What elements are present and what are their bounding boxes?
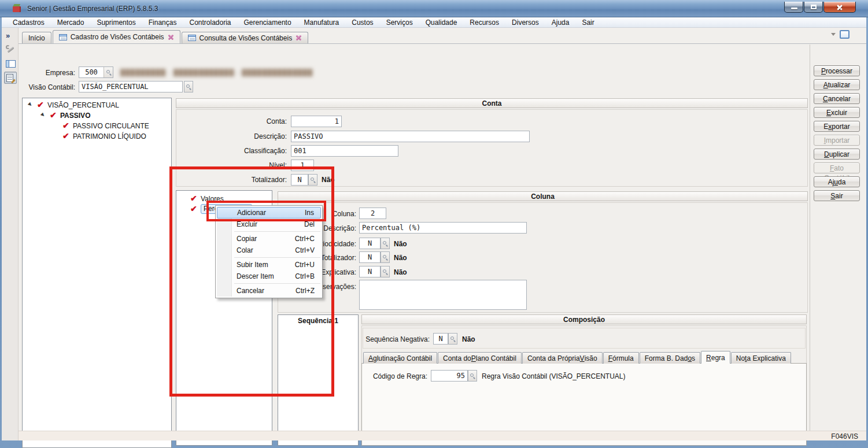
menubar-item-qualidade[interactable]: Qualidade — [419, 17, 464, 28]
exportar-button[interactable]: Exportar — [814, 121, 860, 132]
empresa-value[interactable]: 500 — [79, 67, 104, 77]
window-client-area: CadastrosMercadoSuprimentosFinançasContr… — [2, 17, 866, 440]
tree-node-label: PATRIMONIO LÍQUIDO — [73, 132, 146, 140]
excluir-button[interactable]: Excluir — [814, 107, 860, 118]
tab-bar: InícioCadastro de Visões ContábeisConsul… — [19, 28, 817, 43]
duplicar-button[interactable]: Duplicar — [814, 149, 860, 160]
tree-node-label: PASSIVO — [60, 112, 90, 120]
form-document-icon — [188, 35, 196, 41]
composicao-tab-nota-explicativa[interactable]: Nota Explicativa — [731, 352, 791, 364]
form-document-icon — [59, 34, 67, 40]
menubar-item-manufatura[interactable]: Manufatura — [298, 17, 346, 28]
coluna-totalizador-search-icon[interactable] — [381, 251, 390, 263]
menubar-item-recursos[interactable]: Recursos — [463, 17, 505, 28]
codigo-regra-description: Regra Visão Contábil (VISÃO_PERCENTUAL) — [482, 372, 626, 380]
cancelar-button[interactable]: Cancelar — [814, 93, 860, 104]
tree-node-passivo-circulante[interactable]: ✔PASSIVO CIRCULANTE — [23, 121, 171, 131]
codigo-regra-input[interactable] — [431, 370, 468, 382]
visao-contabil-label: Visão Contábil: — [19, 83, 75, 91]
tree-node-patrimonio-liquido[interactable]: ✔PATRIMONIO LÍQUIDO — [23, 131, 171, 142]
atualizar-button[interactable]: Atualizar — [814, 79, 860, 90]
conta-descricao-input[interactable] — [291, 131, 530, 142]
coluna-input[interactable] — [359, 208, 386, 219]
menubar-item-mercado[interactable]: Mercado — [51, 17, 91, 28]
sair-button[interactable]: Sair — [814, 190, 860, 201]
tab-close-icon[interactable] — [296, 35, 302, 41]
menubar-item-financas[interactable]: Finanças — [142, 17, 183, 28]
tree-node-passivo[interactable]: ▶✔PASSIVO — [23, 110, 171, 121]
explicativa-input[interactable] — [359, 266, 381, 277]
periodicidade-suffix: Não — [394, 240, 407, 248]
processar-button[interactable]: Processar — [814, 65, 860, 76]
menubar-item-ajuda[interactable]: Ajuda — [545, 17, 576, 28]
red-check-icon: ✔ — [37, 100, 44, 109]
menubar-item-controladoria[interactable]: Controladoria — [183, 17, 237, 28]
tree-node-label: PASSIVO CIRCULANTE — [73, 122, 149, 130]
menubar-item-diversos[interactable]: Diversos — [505, 17, 545, 28]
form-editor-icon[interactable] — [4, 72, 17, 84]
composicao-tab-conta-da-propria-visao[interactable]: Conta da Própria Visão — [522, 352, 603, 364]
composicao-tab-conta-do-plano-contabil[interactable]: Conta do Plano Contábil — [438, 352, 522, 364]
coluna-group-header: Coluna — [278, 191, 808, 201]
title-bar: Senior | Gestão Empresarial (ERP) 5.8.5.… — [0, 0, 868, 17]
wrench-icon[interactable] — [6, 45, 15, 54]
empresa-label: Empresa: — [19, 69, 75, 77]
menubar-item-servicos[interactable]: Serviços — [380, 17, 419, 28]
close-button[interactable] — [823, 2, 856, 13]
annotation-rectangle-adicionar — [206, 201, 326, 221]
explicativa-search-icon[interactable] — [381, 266, 390, 277]
panel-layout-icon[interactable] — [6, 60, 16, 68]
composicao-tab-strip: Aglutinação ContábilConta do Plano Contá… — [363, 351, 792, 364]
tab-label: Consulta de Visões Contábeis — [200, 34, 293, 42]
left-toolbar: » — [2, 28, 19, 440]
seq-negativa-input[interactable] — [433, 333, 448, 345]
visao-contabil-input[interactable] — [79, 81, 183, 92]
classificacao-input[interactable] — [291, 145, 398, 157]
expand-toolbar-icon[interactable]: » — [6, 31, 10, 40]
composicao-tab-formula[interactable]: Fórmula — [603, 352, 639, 364]
visao-contabil-search-icon[interactable] — [184, 81, 193, 92]
application-window: Senior | Gestão Empresarial (ERP) 5.8.5.… — [0, 0, 868, 448]
explicativa-suffix: Não — [394, 268, 407, 276]
menubar-item-sair[interactable]: Sair — [575, 17, 600, 28]
periodicidade-search-icon[interactable] — [381, 238, 390, 249]
coluna-totalizador-suffix: Não — [394, 254, 407, 262]
tab-consulta-de-visoes-contabeis[interactable]: Consulta de Visões Contábeis — [182, 32, 309, 43]
composicao-tab-forma-b-dados[interactable]: Forma B. Dados — [640, 352, 700, 364]
tab-inicio[interactable]: Início — [22, 32, 51, 43]
composicao-tab-regra[interactable]: Regra — [701, 351, 730, 364]
coluna-totalizador-input[interactable] — [359, 251, 381, 263]
tree-node-visao-percentual[interactable]: ▶✔VISÃO_PERCENTUAL — [23, 100, 171, 110]
coluna-descricao-input[interactable] — [359, 222, 527, 234]
periodicidade-input[interactable] — [359, 238, 381, 249]
composicao-group-header: Composição — [361, 314, 807, 324]
observacoes-textarea[interactable] — [359, 280, 527, 310]
action-button-panel: ProcessarAtualizarCancelarExcluirExporta… — [814, 65, 862, 216]
menubar-item-gerenciamento[interactable]: Gerenciamento — [238, 17, 298, 28]
codigo-regra-search-icon[interactable] — [468, 370, 477, 382]
composicao-tab-aglutinacao-contabil[interactable]: Aglutinação Contábil — [363, 352, 437, 364]
maximize-icon — [811, 5, 817, 9]
conta-group-header: Conta — [176, 98, 808, 108]
tab-dropdown-icon[interactable] — [831, 33, 836, 38]
menubar-item-cadastros[interactable]: Cadastros — [6, 17, 51, 28]
minimize-button[interactable] — [784, 2, 803, 13]
tab-close-icon[interactable] — [168, 34, 174, 40]
maximize-button[interactable] — [804, 2, 823, 13]
tree-expander-icon[interactable]: ▶ — [27, 102, 33, 108]
button-panel-divider — [810, 45, 810, 431]
restore-layout-icon[interactable] — [840, 30, 849, 39]
ajuda-button[interactable]: Ajuda — [814, 176, 860, 187]
menubar-item-custos[interactable]: Custos — [345, 17, 379, 28]
empresa-lookup-field[interactable]: 500 — [79, 66, 113, 78]
empresa-search-icon[interactable] — [104, 67, 113, 77]
codigo-regra-label: Código de Regra: — [366, 372, 427, 380]
seq-negativa-label: Sequência Negativa: — [365, 335, 430, 343]
menubar-item-suprimentos[interactable]: Suprimentos — [90, 17, 142, 28]
classificacao-label: Classificação: — [181, 147, 287, 155]
conta-input[interactable] — [291, 116, 342, 127]
seq-negativa-search-icon[interactable] — [448, 333, 457, 345]
conta-label: Conta: — [181, 117, 287, 125]
tab-cadastro-de-visoes-contabeis[interactable]: Cadastro de Visões Contábeis — [53, 30, 180, 43]
tree-expander-icon[interactable]: ▶ — [40, 112, 46, 118]
